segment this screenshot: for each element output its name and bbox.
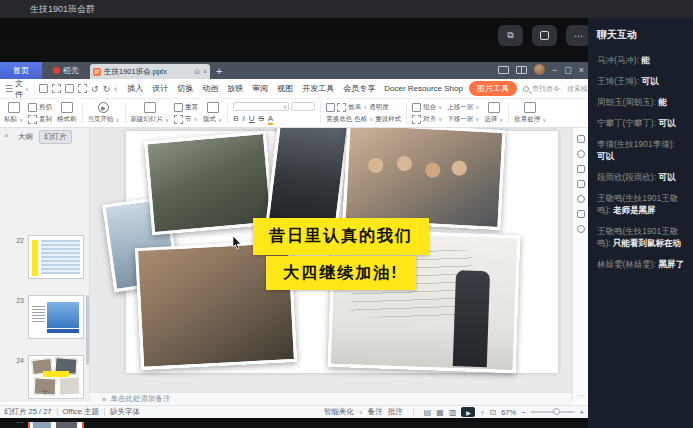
effects-button[interactable]: 效果 xyxy=(348,103,361,112)
menu-review[interactable]: 审阅 xyxy=(252,83,268,94)
zoom-in-button[interactable]: + xyxy=(580,408,584,417)
help-icon[interactable] xyxy=(577,225,585,233)
play-from-current-button[interactable]: ▶ 当页开始∨ xyxy=(88,102,120,124)
send-backward-button[interactable]: 下移一层∨ xyxy=(447,115,479,124)
select-button[interactable]: 选择∨ xyxy=(484,102,503,124)
slides-tab[interactable]: 幻灯片 xyxy=(39,130,72,144)
slide-thumbnail-23[interactable] xyxy=(28,295,84,339)
split-view-icon[interactable] xyxy=(516,66,527,74)
menu-membership[interactable]: 会员专享 xyxy=(343,83,375,94)
slideshow-play-button[interactable]: ▶ xyxy=(461,407,475,417)
slide-text-line1[interactable]: 昔日里认真的我们 xyxy=(253,218,429,255)
user-avatar[interactable] xyxy=(534,64,545,75)
reading-view-icon[interactable]: ▥ xyxy=(449,408,457,417)
close-button[interactable]: × xyxy=(579,65,584,75)
properties-icon[interactable] xyxy=(577,150,585,158)
menu-animation[interactable]: 动画 xyxy=(202,83,218,94)
picture-pane-icon[interactable] xyxy=(577,210,585,218)
share-window-button[interactable] xyxy=(532,25,557,46)
align-button[interactable]: 对齐∨ xyxy=(412,115,442,124)
tab-home[interactable]: 首页 xyxy=(0,62,42,79)
italic-button[interactable]: I xyxy=(242,114,244,123)
notes-toggle-button[interactable]: 备注 xyxy=(368,407,383,417)
theme-name[interactable]: Office 主题 xyxy=(63,407,100,417)
section-button[interactable]: 节∨ xyxy=(174,115,198,124)
cut-button[interactable]: 剪切 xyxy=(28,103,52,112)
reset-button[interactable]: 重置 xyxy=(174,103,198,112)
missing-fonts-indicator[interactable]: 缺失字体 xyxy=(110,407,140,417)
thumbnail-scrollbar[interactable] xyxy=(86,295,89,365)
menu-insert[interactable]: 插入 xyxy=(127,83,143,94)
preview-icon[interactable] xyxy=(78,84,87,93)
restore-button[interactable]: ◻ xyxy=(564,65,571,75)
picture-tools-tab[interactable]: 图片工具 xyxy=(469,81,517,96)
undo-icon[interactable]: ↺ xyxy=(91,84,99,94)
layout-icon[interactable] xyxy=(498,66,509,74)
notes-bar[interactable]: ≡ 单击此处添加备注 xyxy=(90,392,572,405)
slide-text-line2[interactable]: 大四继续加油! xyxy=(266,256,416,290)
beautify-button[interactable]: 智能美化 xyxy=(324,407,354,417)
new-tab-button[interactable]: + xyxy=(210,62,228,79)
participants-button[interactable]: ⧉ xyxy=(498,25,523,46)
group-button[interactable]: 组合∨ xyxy=(412,103,442,112)
animation-pane-icon[interactable] xyxy=(577,165,585,173)
font-family-select[interactable] xyxy=(233,102,289,111)
new-slide-button[interactable]: 新建幻灯片∨ xyxy=(131,102,170,124)
underline-button[interactable]: U xyxy=(249,114,255,123)
slide-photo-doorway[interactable] xyxy=(266,128,351,232)
outline-tab[interactable]: 大纲 xyxy=(18,132,33,142)
color-board-button[interactable]: 色板 xyxy=(354,115,367,124)
add-slide-button[interactable]: + xyxy=(0,385,90,399)
bold-button[interactable]: B xyxy=(233,114,238,123)
normal-view-icon[interactable]: ▤ xyxy=(424,408,432,417)
print-icon[interactable] xyxy=(65,84,74,93)
batch-process-button[interactable]: 批量处理∨ xyxy=(514,102,546,124)
strikethrough-button[interactable]: S xyxy=(258,114,263,123)
tab-docer[interactable]: 稻壳 xyxy=(42,62,90,79)
layout-section-group: 重置 节∨ xyxy=(174,103,198,124)
export-icon[interactable] xyxy=(52,84,61,93)
brightness-icon[interactable] xyxy=(326,103,335,112)
pin-tab-icon[interactable]: ⊙ xyxy=(194,68,200,76)
scroll-tabs-left-icon[interactable]: ‹ xyxy=(114,84,117,94)
reset-style-button[interactable]: 重设样式 xyxy=(375,115,401,124)
paste-button[interactable]: 粘贴∨ xyxy=(4,102,23,124)
close-panel-icon[interactable]: × xyxy=(4,131,9,140)
replace-bg-button[interactable]: 置换底色 xyxy=(326,115,352,124)
transparency-button[interactable]: 透明度 xyxy=(369,103,389,112)
zoom-level[interactable]: 67% xyxy=(501,408,516,417)
sender-name: 马冲(马冲): xyxy=(597,55,641,65)
zoom-out-button[interactable]: − xyxy=(521,408,525,417)
menu-slideshow[interactable]: 放映 xyxy=(227,83,243,94)
fit-to-window-icon[interactable]: ⊡ xyxy=(490,408,497,417)
timer-icon[interactable] xyxy=(577,195,585,203)
object-layers-icon[interactable] xyxy=(577,180,585,188)
slide-photo-group-selfie[interactable] xyxy=(342,128,505,230)
minimize-button[interactable]: − xyxy=(552,65,557,75)
menu-docer-shop[interactable]: Docer Resource Shop xyxy=(384,84,463,93)
skin-icon[interactable] xyxy=(577,135,585,143)
zoom-slider-knob[interactable] xyxy=(553,408,560,415)
menu-design[interactable]: 设计 xyxy=(152,83,168,94)
slide-sorter-icon[interactable]: ▦ xyxy=(436,408,444,417)
layout-button[interactable]: 版式∨ xyxy=(203,102,222,124)
tab-document[interactable]: P 生技1901班会.pptx ⊙ × xyxy=(90,64,210,79)
contrast-icon[interactable] xyxy=(337,103,346,112)
menu-devtools[interactable]: 开发工具 xyxy=(302,83,334,94)
menu-transition[interactable]: 切换 xyxy=(177,83,193,94)
font-color-button[interactable]: A xyxy=(268,115,273,125)
menu-items: 插入 设计 切换 动画 放映 审阅 视图 开发工具 会员专享 Docer Res… xyxy=(121,83,469,94)
comments-button[interactable]: 批注 xyxy=(388,407,403,417)
bring-forward-button[interactable]: 上移一层∨ xyxy=(447,103,479,112)
zoom-slider[interactable] xyxy=(531,411,575,413)
menu-view[interactable]: 视图 xyxy=(277,83,293,94)
copy-button[interactable]: 复制 xyxy=(28,115,52,124)
font-size-select[interactable] xyxy=(291,102,315,111)
save-icon[interactable] xyxy=(39,84,48,93)
slide-thumbnail-22[interactable] xyxy=(28,235,84,279)
sidebar-more-icon[interactable]: ⋯ xyxy=(573,392,588,400)
close-tab-icon[interactable]: × xyxy=(203,68,207,75)
redo-icon[interactable]: ↻ xyxy=(103,84,111,94)
format-painter-button[interactable]: 格式刷 xyxy=(57,102,77,124)
file-menu[interactable]: ☰ 文件 ∨ xyxy=(0,78,34,100)
